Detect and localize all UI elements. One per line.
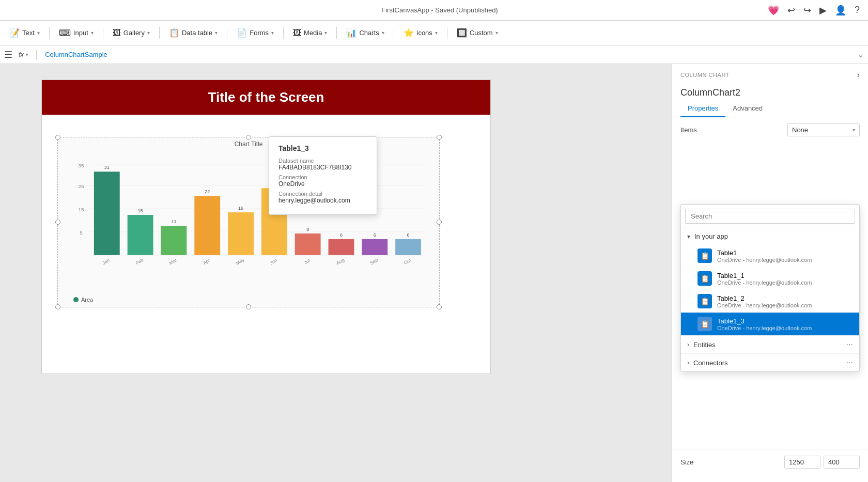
svg-text:May: May [235,257,245,266]
handle-bc[interactable] [246,304,251,309]
items-dropdown-btn[interactable]: None ▾ [787,123,860,136]
handle-tr[interactable] [437,135,442,140]
tooltip-detail-value: henry.legge@outlook.com [278,197,367,204]
tooltip-connection-label: Connection [278,174,367,180]
input-icon: ⌨ [59,28,71,38]
in-your-app-chevron-icon: ▾ [687,233,690,240]
handle-ml[interactable] [55,220,60,225]
toolbar-charts-btn[interactable]: 📊 Charts ▾ [341,25,389,41]
handle-tl[interactable] [55,135,60,140]
tooltip-detail-label: Connection detail [278,191,367,197]
toolbar-icons-btn[interactable]: ⭐ Icons ▾ [398,25,443,41]
forms-icon: 📄 [237,28,247,38]
table1_2-subtitle: OneDrive - henry.legge@outlook.com [717,302,812,308]
toolbar-custom-btn[interactable]: 🔲 Custom ▾ [452,25,503,41]
toolbar-text-label: Text [22,29,35,37]
fx-label: fx [19,51,24,58]
handle-bl[interactable] [55,304,60,309]
dropdown-item-table1[interactable]: 📋 Table1 OneDrive - henry.legge@outlook.… [681,244,859,267]
toolbar-text-btn[interactable]: 📝 Text ▾ [4,25,45,41]
tab-advanced[interactable]: Advanced [725,100,770,117]
size-height-input[interactable] [824,456,860,469]
help-icon[interactable]: ? [855,5,860,15]
table1_1-text: Table1_1 OneDrive - henry.legge@outlook.… [717,272,812,286]
entities-more-icon[interactable]: ··· [846,340,853,349]
search-input[interactable] [685,209,855,224]
panel-tabs: Properties Advanced [672,100,868,117]
toolbar-forms-label: Forms [250,29,269,37]
entities-section-header[interactable]: › Entities ··· [681,335,859,353]
undo-icon[interactable]: ↩ [787,5,795,16]
svg-text:6: 6 [374,232,376,238]
svg-text:Mar: Mar [168,257,178,266]
fx-chevron-icon[interactable]: ▾ [25,52,28,57]
toolbar-datatable-label: Data table [182,29,212,37]
play-icon[interactable]: ▶ [819,5,827,16]
screen-title: Title of the Screen [42,80,490,115]
title-bar: FirstCanvasApp - Saved (Unpublished) 💗 ↩… [0,0,868,21]
svg-text:Sep: Sep [369,257,379,266]
main-area: Title of the Screen Chart Title 35 25 [0,64,868,482]
formula-input[interactable] [45,51,853,58]
panel-collapse-btn[interactable]: › [857,70,860,80]
monitor-icon[interactable]: 💗 [768,5,779,16]
svg-text:16: 16 [238,206,243,211]
dropdown-search [681,205,859,228]
chart-container[interactable]: Chart Title 35 25 15 5 [57,137,440,307]
handle-tc[interactable] [246,135,251,140]
custom-chevron-icon: ▾ [495,30,498,36]
table1_1-title: Table1_1 [717,272,812,279]
toolbar-datatable-btn[interactable]: 📋 Data table ▾ [164,25,223,41]
hamburger-icon[interactable]: ☰ [4,49,12,60]
connectors-more-icon[interactable]: ··· [846,358,853,367]
items-prop-row: Items None ▾ [680,123,860,136]
svg-text:Apr: Apr [202,257,211,266]
gallery-chevron-icon: ▾ [147,30,150,36]
tab-properties[interactable]: Properties [680,100,725,117]
media-chevron-icon: ▾ [324,30,327,36]
connectors-section-header[interactable]: › Connectors ··· [681,353,859,371]
connectors-label: Connectors [693,359,727,367]
expand-icon[interactable]: ⌄ [857,50,864,59]
panel-content: Items None ▾ ▾ In your app [672,117,868,449]
dropdown-item-table1_1[interactable]: 📋 Table1_1 OneDrive - henry.legge@outloo… [681,267,859,290]
formula-bar: ☰ fx ▾ ⌄ [0,45,868,64]
handle-mr[interactable] [437,220,442,225]
dropdown-item-table1_2[interactable]: 📋 Table1_2 OneDrive - henry.legge@outloo… [681,290,859,313]
dropdown-item-table1_3[interactable]: 📋 Table1_3 OneDrive - henry.legge@outloo… [681,313,859,335]
size-width-input[interactable] [784,456,820,469]
svg-text:Feb: Feb [135,257,144,266]
table1_2-title: Table1_2 [717,294,812,302]
svg-text:15: 15 [138,208,143,213]
toolbar-input-btn[interactable]: ⌨ Input ▾ [54,25,99,41]
toolbar-icons-label: Icons [416,29,432,37]
user-icon[interactable]: 👤 [835,5,846,16]
datatable-icon: 📋 [169,28,179,38]
divider-8 [447,27,447,39]
custom-icon: 🔲 [457,28,467,38]
svg-text:Aug: Aug [336,257,346,266]
svg-text:35: 35 [78,163,84,168]
in-your-app-section: ▾ In your app 📋 Table1 OneDrive - henry.… [681,228,859,335]
icons-chevron-icon: ▾ [435,30,438,36]
size-label: Size [680,458,693,466]
table1_3-text: Table1_3 OneDrive - henry.legge@outlook.… [717,317,812,331]
items-chevron-icon: ▾ [853,127,855,133]
gallery-icon: 🖼 [113,28,121,38]
tooltip-connection-row: Connection OneDrive [278,174,367,188]
toolbar-forms-btn[interactable]: 📄 Forms ▾ [231,25,279,41]
redo-icon[interactable]: ↪ [803,5,811,16]
tooltip-title: Table1_3 [278,144,367,152]
handle-br[interactable] [437,304,442,309]
svg-text:Jun: Jun [269,257,278,266]
forms-chevron-icon: ▾ [271,30,274,36]
toolbar-input-label: Input [73,29,88,37]
toolbar-media-btn[interactable]: 🖼 Media ▾ [288,25,332,41]
in-your-app-header[interactable]: ▾ In your app [681,228,859,244]
toolbar-gallery-btn[interactable]: 🖼 Gallery ▾ [107,25,155,41]
svg-rect-25 [362,239,388,255]
divider-4 [227,27,227,39]
panel-section-label: COLUMN CHART [680,72,730,78]
table1-title: Table1 [717,249,812,257]
svg-rect-11 [128,215,153,255]
